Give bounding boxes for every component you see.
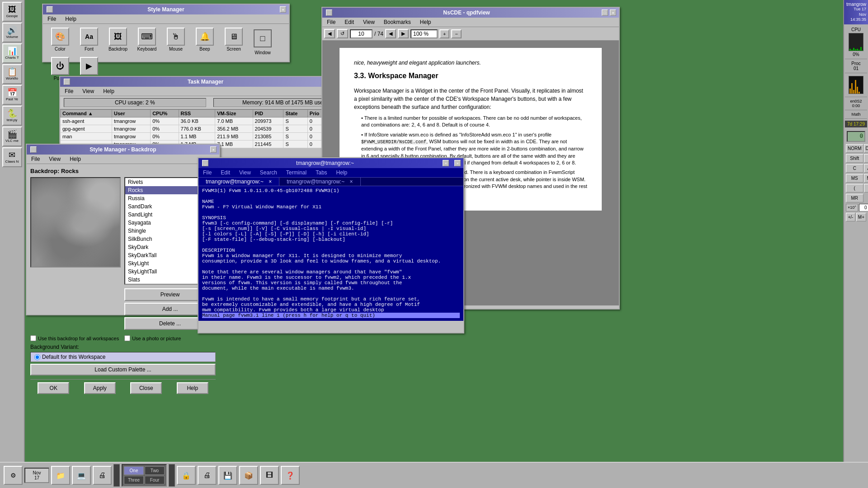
default-workspace-radio[interactable] bbox=[34, 354, 40, 360]
sm-icon-backdrop[interactable]: 🖼 Backdrop bbox=[104, 28, 132, 55]
taskbar-printer-btn[interactable]: 🖨 bbox=[198, 466, 217, 485]
terminal-menu-search[interactable]: Search bbox=[258, 169, 279, 176]
sidebar-icon-workflo[interactable]: 📋 Workflo bbox=[2, 64, 22, 84]
sidebar-icon-claws[interactable]: ✉ Claws N bbox=[2, 147, 22, 167]
mplus-button[interactable]: M+ bbox=[856, 213, 866, 221]
terminal-menu-view[interactable]: View bbox=[237, 169, 253, 176]
ac-button[interactable]: AC bbox=[864, 164, 868, 173]
terminal-tab-close-1[interactable]: × bbox=[443, 160, 449, 166]
pdf-menu-help[interactable]: Help bbox=[418, 19, 433, 26]
col-user[interactable]: User bbox=[112, 110, 151, 117]
sm-icon-beep[interactable]: 🔔 Beep bbox=[191, 28, 218, 55]
mr-button[interactable]: MR bbox=[846, 194, 863, 202]
terminal-menu-file[interactable]: File bbox=[201, 169, 213, 176]
terminal-main-minimize-btn[interactable]: _ bbox=[202, 160, 208, 166]
pdf-menu-edit[interactable]: Edit bbox=[343, 19, 356, 26]
terminal-menu-help[interactable]: Help bbox=[335, 169, 349, 176]
taskbar-laptop-btn[interactable]: 💻 bbox=[72, 466, 91, 485]
terminal-tab-2-close[interactable]: × bbox=[350, 178, 353, 185]
pdf-reload-btn[interactable]: ↺ bbox=[337, 29, 348, 38]
pdf-zoom-in-btn[interactable]: + bbox=[439, 29, 449, 38]
sm-icon-keyboard[interactable]: ⌨ Keyboard bbox=[133, 28, 160, 55]
shift-button[interactable]: Shift bbox=[846, 154, 863, 163]
pdf-zoom-input[interactable] bbox=[410, 29, 438, 38]
taskbar-apps-btn[interactable]: 📦 bbox=[239, 466, 258, 485]
col-pid[interactable]: PID bbox=[253, 110, 283, 117]
photo-check-label[interactable]: Use a photo or picture bbox=[124, 335, 181, 341]
terminal-tab-2[interactable]: tmangrow@tmangrow:~ × bbox=[279, 178, 360, 186]
pdf-zoom-out-btn[interactable]: − bbox=[451, 29, 461, 38]
pdf-next-btn[interactable]: ▶ bbox=[398, 29, 409, 38]
pdf-page-input[interactable] bbox=[350, 29, 373, 38]
help-button[interactable]: Help bbox=[177, 382, 208, 394]
terminal-tab-close-2[interactable]: × bbox=[454, 160, 461, 166]
pdf-menu-file[interactable]: File bbox=[325, 19, 337, 26]
taskbar-settings-btn[interactable]: ⚙ bbox=[4, 466, 23, 485]
task-manager-menu-help[interactable]: Help bbox=[101, 88, 116, 95]
task-table-container[interactable]: Command ▲ User CPU% RSS VM-Size PID Stat… bbox=[60, 109, 359, 148]
sidebar-icon-volume[interactable]: 🔊 Volume bbox=[2, 23, 22, 42]
pdf-prev-btn[interactable]: ◀ bbox=[385, 29, 396, 38]
load-custom-button[interactable]: Load Custom Palette ... bbox=[30, 364, 216, 375]
table-row[interactable]: gpg-agenttmangrow0%776.0 KB356.2 MB20453… bbox=[61, 125, 359, 133]
pdf-maximize-btn[interactable]: □ bbox=[602, 9, 608, 16]
back-button[interactable]: ← bbox=[864, 154, 868, 163]
style-manager-menu-file[interactable]: File bbox=[46, 15, 58, 23]
ms-button[interactable]: MS bbox=[846, 174, 863, 183]
col-vmsize[interactable]: VM-Size bbox=[215, 110, 253, 117]
taskbar-lock-btn[interactable]: 🔒 bbox=[177, 466, 196, 485]
sidebar-icon-test[interactable]: 🐍 test.py bbox=[2, 106, 22, 126]
all-workspaces-check-label[interactable]: Use this backdrop for all workspaces bbox=[30, 335, 119, 341]
sidebar-icon-charts[interactable]: 📊 Charts T bbox=[2, 43, 22, 63]
sm-icon-mouse[interactable]: 🖱 Mouse bbox=[162, 28, 189, 55]
col-state[interactable]: State bbox=[283, 110, 307, 117]
mc-button[interactable]: MC bbox=[864, 174, 868, 183]
pdf-close-btn[interactable]: × bbox=[610, 9, 616, 16]
task-manager-menu-file[interactable]: File bbox=[63, 88, 75, 95]
sm-icon-color[interactable]: 🎨 Color bbox=[47, 28, 74, 55]
pdf-menu-bookmarks[interactable]: Bookmarks bbox=[382, 19, 413, 26]
taskbar-film-btn[interactable]: 🎞 bbox=[260, 466, 279, 485]
sm-icon-screen[interactable]: 🖥 Screen bbox=[220, 28, 247, 55]
sidebar-icon-past[interactable]: 📅 Past Ye bbox=[2, 85, 22, 105]
norm-button[interactable]: NORM bbox=[846, 144, 863, 153]
task-manager-menu-view[interactable]: View bbox=[80, 88, 96, 95]
all-workspaces-checkbox[interactable] bbox=[30, 335, 36, 341]
pager-cell-one[interactable]: One bbox=[124, 466, 144, 475]
taskbar-files-btn[interactable]: 📁 bbox=[51, 466, 70, 485]
sidebar-icon-geeqie[interactable]: 🖼 Geeqie bbox=[2, 2, 22, 22]
pdf-menu-view[interactable]: View bbox=[361, 19, 377, 26]
c-button[interactable]: C bbox=[846, 164, 863, 173]
terminal-menu-terminal[interactable]: Terminal bbox=[284, 169, 308, 176]
table-row[interactable]: mantmangrow0%1.1 MB211.9 MB213085S021307… bbox=[61, 133, 359, 141]
col-cpu[interactable]: CPU% bbox=[151, 110, 179, 117]
calc-input[interactable] bbox=[859, 204, 868, 211]
terminal-tab-1-close[interactable]: × bbox=[269, 178, 272, 185]
default-workspace-variant[interactable]: Default for this Workspace bbox=[30, 352, 216, 362]
pager-cell-two[interactable]: Two bbox=[145, 466, 165, 475]
deg-button[interactable]: DEG bbox=[864, 144, 868, 153]
lparen-button[interactable]: ( bbox=[846, 184, 863, 192]
terminal-menu-edit[interactable]: Edit bbox=[219, 169, 232, 176]
backdrop-menu-help[interactable]: Help bbox=[68, 155, 83, 163]
pdf-minimize-btn[interactable]: _ bbox=[326, 9, 332, 16]
terminal-menu-tabs[interactable]: Tabs bbox=[314, 169, 329, 176]
sidebar-icon-vlc[interactable]: 🎬 VLC me bbox=[2, 127, 22, 146]
rparen-button[interactable]: ) bbox=[864, 184, 868, 192]
style-manager-menu-help[interactable]: Help bbox=[63, 15, 78, 23]
pager-cell-four[interactable]: Four bbox=[145, 476, 165, 484]
ok-button[interactable]: OK bbox=[38, 382, 69, 394]
backdrop-close-btn[interactable]: × bbox=[210, 146, 217, 153]
backdrop-menu-file[interactable]: File bbox=[29, 155, 42, 163]
photo-checkbox[interactable] bbox=[124, 335, 130, 341]
table-row[interactable]: ssh-agenttmangrow0%36.0 KB7.0 MB209973S0… bbox=[61, 117, 359, 125]
style-manager-minimize-btn[interactable]: _ bbox=[47, 6, 53, 13]
pager-cell-three[interactable]: Three bbox=[124, 476, 144, 484]
plusminus-button[interactable]: +/- bbox=[846, 213, 855, 221]
terminal-tab-1[interactable]: tmangrow@tmangrow:~ × bbox=[198, 178, 279, 186]
taskbar-help-btn[interactable]: ❓ bbox=[281, 466, 300, 485]
col-command[interactable]: Command ▲ bbox=[61, 110, 112, 117]
task-manager-minimize-btn[interactable]: _ bbox=[64, 79, 70, 85]
backdrop-menu-view[interactable]: View bbox=[47, 155, 62, 163]
sm-icon-font[interactable]: Aa Font bbox=[75, 28, 103, 55]
